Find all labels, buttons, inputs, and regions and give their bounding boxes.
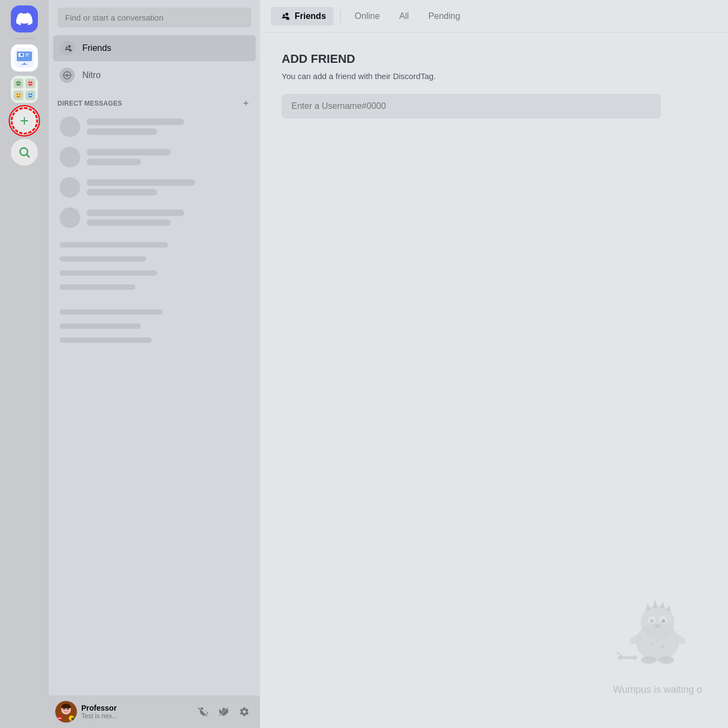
nav-item-nitro[interactable]: Nitro	[53, 62, 256, 88]
dm-item-4[interactable]	[53, 203, 256, 232]
svg-marker-47	[666, 604, 671, 611]
dm-header: DIRECT MESSAGES +	[49, 88, 260, 112]
server-icon-explore[interactable]	[11, 139, 38, 166]
skeleton-line-5	[60, 309, 162, 315]
user-avatar: 🎓	[55, 701, 77, 723]
svg-point-57	[641, 656, 656, 664]
skeleton-line-2	[60, 256, 146, 262]
dm-line-msg-3	[87, 189, 157, 196]
pending-tab-label: Pending	[428, 11, 460, 21]
dm-line-msg-4	[87, 219, 171, 226]
add-friend-input[interactable]	[291, 101, 651, 111]
svg-point-12	[19, 82, 20, 83]
user-info: Professor Test is nex...	[81, 704, 190, 720]
dm-text-4	[87, 210, 249, 226]
svg-point-62	[651, 643, 654, 646]
dm-text-1	[87, 119, 249, 135]
svg-point-11	[17, 82, 18, 83]
dm-section-label: DIRECT MESSAGES	[57, 100, 122, 107]
dm-item-1[interactable]	[53, 112, 256, 141]
svg-point-28	[66, 74, 69, 77]
svg-point-19	[17, 94, 18, 95]
dm-line-name-1	[87, 119, 184, 125]
nitro-nav-icon	[60, 68, 75, 83]
svg-point-23	[29, 94, 30, 95]
svg-point-15	[29, 82, 30, 83]
main-content: Friends Online All Pending ADD FRIEND Yo…	[260, 0, 728, 728]
friends-nav-icon	[60, 41, 75, 56]
wumpus-text: Wumpus is waiting o	[613, 684, 703, 696]
add-friend-content: ADD FRIEND You can add a friend with the…	[260, 32, 728, 728]
user-name: Professor	[81, 704, 190, 712]
server-icon-app1[interactable]	[11, 44, 38, 72]
server-icon-add-server[interactable]: +	[11, 107, 38, 134]
tab-online[interactable]: Online	[347, 8, 387, 24]
server-icon-home[interactable]	[11, 5, 38, 32]
svg-point-58	[659, 656, 674, 664]
nav-items: Friends Nitro	[49, 35, 260, 88]
svg-point-66	[616, 652, 619, 654]
server-sidebar: +	[0, 0, 49, 728]
svg-point-64	[656, 640, 659, 642]
mute-button[interactable]	[194, 703, 212, 721]
svg-rect-7	[21, 64, 28, 65]
skeleton-line-7	[60, 337, 152, 343]
search-input-wrapper[interactable]	[57, 8, 251, 28]
sidebar-separator	[15, 38, 34, 39]
user-status: Test is nex...	[81, 712, 190, 720]
dm-avatar-4	[60, 207, 80, 228]
channel-sidebar: Friends Nitro DIRECT MESSAGES +	[49, 0, 260, 728]
dm-line-name-3	[87, 179, 195, 186]
dm-add-button[interactable]: +	[240, 98, 251, 109]
nitro-nav-label: Nitro	[82, 70, 101, 80]
top-nav: Friends Online All Pending	[260, 0, 728, 32]
user-controls	[194, 703, 253, 721]
search-bar-container	[49, 0, 260, 35]
svg-point-63	[661, 645, 664, 648]
svg-text:🎓: 🎓	[70, 717, 75, 722]
friends-tab-label: Friends	[295, 11, 326, 21]
svg-rect-5	[25, 55, 28, 56]
svg-marker-44	[646, 603, 651, 610]
svg-point-16	[31, 82, 32, 83]
settings-button[interactable]	[235, 703, 253, 721]
dm-line-name-4	[87, 210, 184, 216]
tab-friends[interactable]: Friends	[271, 7, 334, 25]
dm-line-msg-2	[87, 159, 141, 165]
dm-text-2	[87, 149, 249, 165]
dm-line-msg-1	[87, 128, 157, 135]
deafen-button[interactable]	[214, 703, 233, 721]
online-tab-label: Online	[355, 11, 380, 21]
plus-icon: +	[20, 113, 29, 128]
svg-point-20	[19, 94, 20, 95]
svg-point-24	[31, 94, 32, 95]
nav-divider-1	[340, 10, 341, 23]
tab-pending[interactable]: Pending	[421, 8, 468, 24]
search-input[interactable]	[65, 13, 244, 22]
svg-rect-4	[25, 54, 29, 55]
svg-point-50	[650, 619, 654, 623]
dm-item-3[interactable]	[53, 173, 256, 202]
add-friend-subtitle: You can add a friend with their DiscordT…	[282, 72, 706, 81]
dm-list	[49, 112, 260, 696]
skeleton-line-1	[60, 242, 168, 248]
all-tab-label: All	[399, 11, 409, 21]
skeleton-line-4	[60, 284, 135, 290]
nav-item-friends[interactable]: Friends	[53, 35, 256, 61]
dm-item-2[interactable]	[53, 142, 256, 172]
svg-line-26	[27, 155, 30, 158]
skeleton-line-6	[60, 323, 141, 329]
dm-line-name-2	[87, 149, 171, 155]
svg-point-54	[655, 625, 661, 628]
friends-nav-label: Friends	[82, 43, 111, 53]
server-icon-app2[interactable]	[11, 76, 38, 103]
dm-avatar-3	[60, 177, 80, 198]
tab-all[interactable]: All	[392, 8, 417, 24]
friends-tab-icon	[278, 10, 290, 22]
add-friend-title: ADD FRIEND	[282, 52, 706, 66]
add-friend-input-wrapper	[282, 94, 661, 119]
wumpus-illustration	[609, 589, 706, 675]
skeleton-line-3	[60, 270, 157, 276]
user-panel: 🎓 Professor Test is nex...	[49, 696, 260, 728]
svg-point-61	[633, 655, 638, 660]
